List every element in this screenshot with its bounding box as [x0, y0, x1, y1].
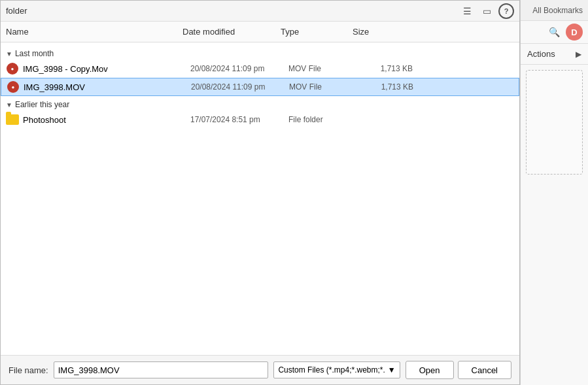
- avatar[interactable]: D: [566, 24, 583, 41]
- group-earlier-year[interactable]: ▼ Earlier this year: [1, 96, 519, 110]
- file-dialog: folder ☰ ▭ ? Name Date modified Type Siz…: [0, 0, 520, 385]
- dialog-title: folder: [6, 6, 27, 16]
- file-name: IMG_3998.MOV: [24, 82, 191, 92]
- dropdown-arrow-icon: ▼: [388, 365, 396, 375]
- folder-icon: [6, 114, 19, 125]
- mov-icon: ●: [7, 63, 18, 75]
- file-date: 20/08/2024 11:09 pm: [190, 64, 288, 73]
- file-size: 1,713 KB: [361, 82, 413, 92]
- table-row[interactable]: ● IMG_3998.MOV 20/08/2024 11:09 pm MOV F…: [1, 78, 519, 96]
- filename-input[interactable]: [54, 361, 269, 378]
- chevron-down-icon: ▼: [6, 101, 12, 109]
- actions-area[interactable]: Actions ▶: [521, 44, 588, 65]
- filetype-label: Custom Files (*.mp4;*.webm;*.: [278, 365, 385, 375]
- chevron-down-icon: ▼: [6, 50, 12, 58]
- dialog-buttons: Open Cancel: [406, 361, 511, 379]
- group-last-month[interactable]: ▼ Last month: [1, 45, 519, 59]
- file-name: Photoshoot: [23, 115, 190, 125]
- actions-arrow-icon: ▶: [576, 50, 581, 59]
- file-type: MOV File: [289, 82, 361, 92]
- top-bar: folder ☰ ▭ ?: [1, 1, 519, 22]
- file-type: MOV File: [288, 64, 360, 73]
- right-panel: All Bookmarks 🔍 D Actions ▶: [520, 0, 588, 385]
- bottom-bar: File name: Custom Files (*.mp4;*.webm;*.…: [1, 355, 519, 384]
- table-row[interactable]: Photoshoot 17/07/2024 8:51 pm File folde…: [1, 110, 519, 129]
- file-date: 17/07/2024 8:51 pm: [190, 115, 288, 124]
- filename-input-wrap: [54, 361, 269, 378]
- folder-icon-wrap: [6, 113, 19, 126]
- filetype-dropdown[interactable]: Custom Files (*.mp4;*.webm;*. ▼: [273, 361, 400, 378]
- actions-label: Actions: [527, 49, 555, 59]
- cancel-button[interactable]: Cancel: [458, 361, 511, 379]
- right-top-bar: All Bookmarks: [521, 0, 588, 21]
- column-headers: Name Date modified Type Size: [1, 22, 519, 42]
- file-list: ▼ Last month ● IMG_3998 - Copy.Mov 20/08…: [1, 42, 519, 355]
- group-label-earlier-year: Earlier this year: [15, 100, 69, 109]
- filename-label: File name:: [9, 365, 48, 375]
- group-label-last-month: Last month: [15, 49, 54, 58]
- file-type: File folder: [288, 115, 360, 124]
- top-bar-controls: ☰ ▭ ?: [459, 3, 514, 19]
- search-button[interactable]: 🔍: [546, 24, 562, 40]
- col-header-date[interactable]: Date modified: [182, 27, 281, 37]
- file-date: 20/08/2024 11:09 pm: [191, 82, 289, 92]
- file-size: 1,713 KB: [360, 64, 413, 73]
- open-button[interactable]: Open: [406, 361, 454, 379]
- help-button[interactable]: ?: [498, 3, 514, 19]
- bookmarks-label: All Bookmarks: [532, 6, 583, 15]
- view-menu-button[interactable]: ☰: [459, 3, 475, 19]
- file-name: IMG_3998 - Copy.Mov: [23, 64, 190, 74]
- col-header-type[interactable]: Type: [281, 27, 353, 37]
- file-icon-mov: ●: [6, 62, 19, 75]
- view-toggle-button[interactable]: ▭: [479, 3, 494, 19]
- col-header-name[interactable]: Name: [6, 27, 182, 37]
- mov-icon: ●: [7, 81, 19, 93]
- col-header-size[interactable]: Size: [353, 27, 405, 37]
- table-row[interactable]: ● IMG_3998 - Copy.Mov 20/08/2024 11:09 p…: [1, 59, 519, 78]
- file-icon-mov: ●: [7, 80, 20, 93]
- bookmarks-drop-zone: [526, 70, 583, 175]
